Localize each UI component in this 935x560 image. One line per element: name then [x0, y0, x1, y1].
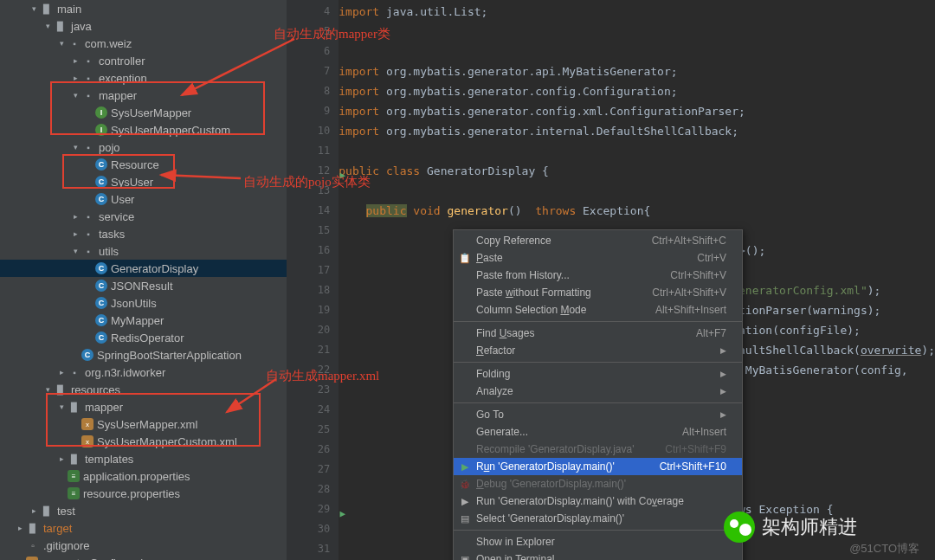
- xml-icon: x: [81, 418, 94, 430]
- package-icon: ▪: [81, 140, 95, 154]
- tree-node-JSONResult[interactable]: CJSONResult: [0, 277, 287, 294]
- package-icon: ▪: [68, 365, 81, 379]
- tree-node-SysUserMapper-xml[interactable]: xSysUserMapper.xml: [0, 415, 287, 433]
- tree-node-application-properties[interactable]: ≡application.properties: [0, 467, 287, 485]
- code-line[interactable]: import org.mybatis.generator.config.Conf…: [339, 81, 935, 101]
- code-line[interactable]: [339, 42, 935, 61]
- tree-label: JsonUtils: [111, 297, 157, 310]
- package-icon: ▪: [81, 244, 95, 258]
- tree-node-RedisOperator[interactable]: CRedisOperator: [0, 329, 287, 346]
- menu-item[interactable]: Copy ReferenceCtrl+Alt+Shift+C: [454, 232, 742, 249]
- menu-item[interactable]: Analyze▶: [454, 383, 742, 400]
- tree-label: MyMapper: [111, 314, 164, 327]
- menu-label: Generate...: [476, 426, 528, 438]
- tree-node-JsonUtils[interactable]: CJsonUtils: [0, 294, 287, 312]
- code-line[interactable]: [339, 181, 935, 201]
- tree-node-resources[interactable]: ▾▉resources: [0, 381, 287, 398]
- tree-node-MyMapper[interactable]: CMyMapper: [0, 312, 287, 329]
- properties-icon: ≡: [68, 487, 80, 499]
- code-line[interactable]: import org.mybatis.generator.api.MyBatis…: [339, 61, 935, 81]
- tree-node-mapper[interactable]: ▾▪mapper: [0, 87, 287, 104]
- class-icon: C: [95, 331, 107, 344]
- menu-label: Refactor: [476, 344, 515, 357]
- tree-node-pojo[interactable]: ▾▪pojo: [0, 138, 287, 156]
- menu-item[interactable]: Go To▶: [454, 406, 742, 423]
- tree-node-GeneratorDisplay[interactable]: CGeneratorDisplay: [0, 260, 287, 277]
- menu-item[interactable]: ▶Run 'GeneratorDisplay.main()'Ctrl+Shift…: [454, 458, 742, 475]
- tree-node-test[interactable]: ▸▉test: [0, 502, 287, 519]
- code-line[interactable]: import org.mybatis.generator.internal.De…: [339, 121, 935, 141]
- code-line[interactable]: public void generator() throws Exception…: [339, 201, 935, 221]
- tree-node-SpringBootStarterApplication[interactable]: CSpringBootStarterApplication: [0, 346, 287, 364]
- tree-label: JSONResult: [111, 280, 173, 293]
- menu-label: Recompile 'GeneratorDisplay.java': [476, 443, 634, 455]
- tree-node-generatorConfig-xml[interactable]: xgeneratorConfig.xml: [0, 554, 287, 560]
- menu-item[interactable]: Show in Explorer: [454, 533, 742, 550]
- tree-label: User: [111, 193, 134, 206]
- menu-item[interactable]: Generate...Alt+Insert: [454, 423, 742, 441]
- menu-item[interactable]: Paste without FormattingCtrl+Alt+Shift+V: [454, 284, 742, 301]
- menu-item[interactable]: 📋PasteCtrl+V: [454, 249, 742, 267]
- menu-item[interactable]: 🐞Debug 'GeneratorDisplay.main()': [454, 475, 742, 492]
- tree-node-mapper[interactable]: ▾▉mapper: [0, 398, 287, 415]
- package-icon: ▪: [81, 88, 95, 102]
- code-line[interactable]: import java.util.List;: [339, 2, 935, 22]
- tree-node-utils[interactable]: ▾▪utils: [0, 242, 287, 260]
- menu-item[interactable]: Recompile 'GeneratorDisplay.java'Ctrl+Sh…: [454, 441, 742, 458]
- code-line[interactable]: import org.mybatis.generator.config.xml.…: [339, 101, 935, 121]
- tree-label: mapper: [85, 401, 123, 414]
- menu-label: Paste from History...: [476, 269, 570, 281]
- menu-item[interactable]: ▣Open in Terminal: [454, 550, 742, 560]
- folder-icon: ▉: [54, 383, 68, 396]
- tree-node-resource-properties[interactable]: ≡resource.properties: [0, 485, 287, 502]
- menu-label: Analyze: [476, 385, 513, 397]
- tree-label: org.n3r.idworker: [85, 366, 165, 379]
- tree-node-controller[interactable]: ▸▪controller: [0, 52, 287, 69]
- folder-icon: ▉: [40, 2, 54, 16]
- folder-icon: ▉: [68, 400, 81, 414]
- tree-node-SysUserMapperCustom-xml[interactable]: xSysUserMapperCustom.xml: [0, 433, 287, 450]
- tree-node-templates[interactable]: ▸▉templates: [0, 450, 287, 467]
- tree-node-tasks[interactable]: ▸▪tasks: [0, 225, 287, 242]
- tree-label: com.weiz: [85, 37, 132, 50]
- tree-node-service[interactable]: ▸▪service: [0, 208, 287, 225]
- tree-node-exception[interactable]: ▸▪exception: [0, 69, 287, 87]
- menu-label: Open in Terminal: [476, 553, 555, 560]
- menu-label: Run 'GeneratorDisplay.main()' with Cover…: [476, 495, 684, 507]
- tree-node-main[interactable]: ▾▉main: [0, 0, 287, 17]
- file-icon: ▫: [26, 538, 40, 552]
- tree-node-SysUser[interactable]: CSysUser: [0, 173, 287, 190]
- package-icon: ▪: [81, 227, 95, 241]
- tree-label: resources: [71, 383, 120, 396]
- tree-node-SysUserMapperCustom[interactable]: ISysUserMapperCustom: [0, 121, 287, 138]
- tree-node-User[interactable]: CUser: [0, 190, 287, 208]
- code-line[interactable]: public class GeneratorDisplay {: [339, 161, 935, 181]
- tree-label: RedisOperator: [111, 331, 184, 344]
- tree-node-com-weiz[interactable]: ▾▪com.weiz: [0, 35, 287, 52]
- menu-label: Select 'GeneratorDisplay.main()': [476, 512, 624, 525]
- tree-label: test: [57, 505, 75, 518]
- menu-item[interactable]: Paste from History...Ctrl+Shift+V: [454, 267, 742, 284]
- tree-node--gitignore[interactable]: ▫.gitignore: [0, 537, 287, 554]
- folder-icon: ▉: [54, 19, 68, 33]
- tree-node-java[interactable]: ▾▉java: [0, 17, 287, 35]
- tree-label: application.properties: [83, 470, 190, 483]
- menu-item[interactable]: Find UsagesAlt+F7: [454, 325, 742, 342]
- menu-item[interactable]: Column Selection ModeAlt+Shift+Insert: [454, 301, 742, 319]
- menu-item[interactable]: Folding▶: [454, 365, 742, 383]
- run-gutter-icon[interactable]: ▶: [340, 165, 346, 185]
- package-icon: ▪: [81, 209, 95, 223]
- code-line[interactable]: [339, 22, 935, 42]
- wechat-watermark: 架构师精进: [724, 512, 857, 543]
- menu-item[interactable]: ▶Run 'GeneratorDisplay.main()' with Cove…: [454, 492, 742, 510]
- code-line[interactable]: [339, 141, 935, 161]
- class-icon: C: [81, 349, 94, 361]
- tree-node-Resource[interactable]: CResource: [0, 156, 287, 173]
- tree-label: exception: [99, 72, 147, 85]
- tree-node-SysUserMapper[interactable]: ISysUserMapper: [0, 104, 287, 121]
- tree-node-org-n3r-idworker[interactable]: ▸▪org.n3r.idworker: [0, 364, 287, 381]
- run-gutter-icon[interactable]: ▶: [340, 504, 346, 524]
- menu-item[interactable]: Refactor▶: [454, 342, 742, 359]
- menu-item[interactable]: ▤Select 'GeneratorDisplay.main()': [454, 510, 742, 527]
- tree-node-target[interactable]: ▸▉target: [0, 519, 287, 537]
